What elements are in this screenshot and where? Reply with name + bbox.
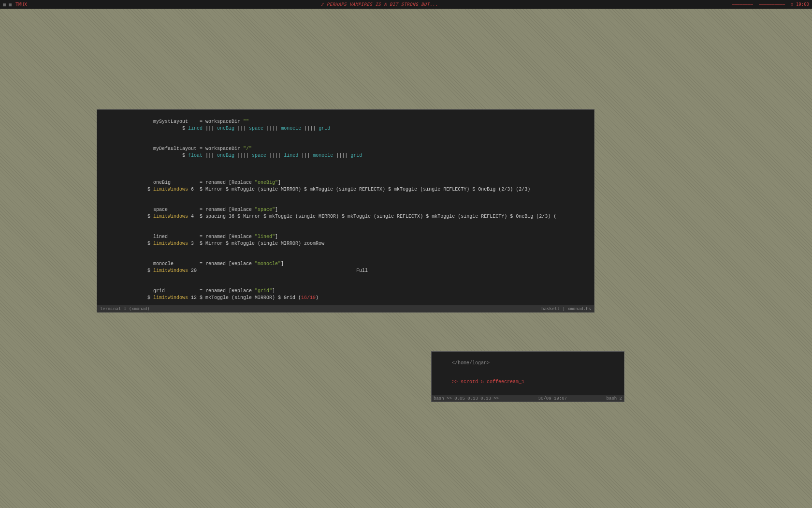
code-line: space = renamed [Replace "space"] $ limi… [100, 200, 591, 227]
topbar-bar1: ———————— [732, 2, 753, 7]
small-line-2: >> scrotd 5 coffeecream_1 [435, 373, 621, 391]
small-line-1: </home/logan> [435, 354, 621, 373]
terminal-main-content: mySystLayout = workspaceDir "" $ lined |… [97, 110, 594, 313]
code-line: monocle = renamed [Replace "monocle"] $ … [100, 254, 591, 281]
code-line: grid = renamed [Replace "grid"] $ limitW… [100, 281, 591, 308]
terminal-main[interactable]: mySystLayout = workspaceDir "" $ lined |… [97, 109, 594, 313]
code-line: lined = renamed [Replace "lined"] $ limi… [100, 227, 591, 254]
topbar-left: ■ ■ TMUX [3, 2, 27, 7]
topbar-song: ♪ PERHAPS VAMPIRES IS A BIT STRONG BUT..… [321, 2, 438, 7]
topbar-bar2: —————————— [759, 2, 785, 7]
terminal-main-statusbar: terminal 1 (xmonad) haskell | xmonad.hs [97, 305, 594, 312]
code-line: mySystLayout = workspaceDir "" $ lined |… [100, 112, 591, 139]
small-statusbar-right: bash 2 [607, 396, 622, 401]
small-statusbar-left: bash >> 0.05 0.13 0.13 >> [434, 396, 499, 401]
tmux-label: TMUX [15, 2, 27, 7]
topbar: ■ ■ TMUX ♪ PERHAPS VAMPIRES IS A BIT STR… [0, 0, 812, 9]
tmux-indicators: ■ ■ [3, 2, 12, 7]
topbar-right: ———————— —————————— ⊙ 19:00 [732, 2, 809, 7]
code-line: myDefaultLayout = workspaceDir "/" $ flo… [100, 139, 591, 166]
terminal-small-statusbar: bash >> 0.05 0.13 0.13 >> 30/09 19:07 ba… [432, 395, 624, 402]
code-line: oneBig = renamed [Replace "oneBig"] $ li… [100, 173, 591, 200]
topbar-time: ⊙ 19:00 [791, 2, 809, 7]
terminal-small[interactable]: </home/logan> >> scrotd 5 coffeecream_1 … [431, 351, 624, 402]
small-statusbar-middle: 30/09 19:07 [538, 396, 567, 401]
terminal-small-content: </home/logan> >> scrotd 5 coffeecream_1 … [432, 352, 624, 402]
code-line [100, 166, 591, 173]
statusbar-left: terminal 1 (xmonad) [100, 306, 150, 311]
statusbar-right: haskell | xmonad.hs [541, 306, 591, 311]
